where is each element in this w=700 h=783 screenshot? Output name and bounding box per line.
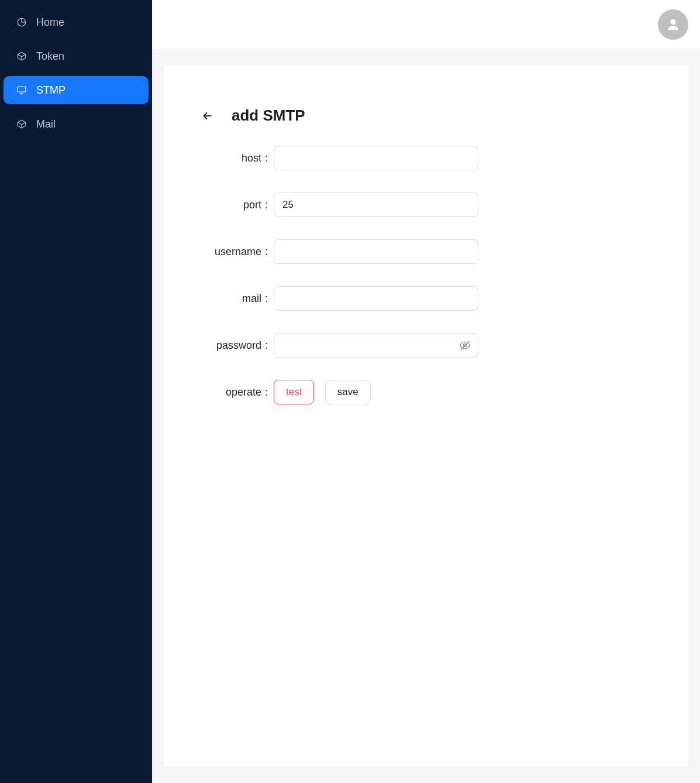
sidebar-item-label: Home — [36, 16, 64, 29]
arrow-left-icon — [201, 109, 214, 122]
host-label: host: — [199, 152, 268, 164]
page-title: add SMTP — [232, 107, 305, 125]
package-icon — [16, 51, 27, 61]
svg-rect-1 — [18, 87, 26, 92]
form-row-port: port: — [199, 193, 653, 217]
operate-label: operate: — [199, 386, 268, 399]
operate-control: test save — [274, 380, 371, 404]
sidebar-item-label: Mail — [36, 118, 56, 130]
mail-label: mail: — [199, 293, 268, 305]
username-input[interactable] — [274, 239, 478, 264]
eye-off-icon — [459, 339, 471, 351]
form-row-password: password: — [199, 333, 653, 358]
form-row-username: username: — [199, 239, 653, 264]
page-header: add SMTP — [199, 107, 653, 125]
host-input[interactable] — [274, 146, 478, 170]
form-row-operate: operate: test save — [199, 380, 653, 404]
avatar[interactable] — [658, 9, 688, 40]
sidebar-item-stmp[interactable]: STMP — [4, 76, 149, 104]
topbar — [152, 0, 700, 49]
smtp-form: host: port: — [199, 146, 653, 404]
pie-chart-icon — [16, 17, 27, 28]
sidebar-item-label: STMP — [36, 84, 65, 97]
form-row-host: host: — [199, 146, 653, 170]
sidebar-item-mail[interactable]: Mail — [4, 110, 149, 138]
port-input[interactable] — [274, 193, 478, 217]
port-control — [274, 193, 478, 217]
mail-input[interactable] — [274, 286, 478, 311]
sidebar-item-token[interactable]: Token — [4, 42, 149, 70]
password-label: password: — [199, 339, 268, 352]
username-label: username: — [199, 246, 268, 258]
main: add SMTP host: port: — [152, 0, 700, 783]
back-button[interactable] — [199, 107, 216, 125]
username-control — [274, 239, 478, 264]
mail-control — [274, 286, 478, 311]
test-button[interactable]: test — [274, 380, 314, 404]
port-label: port: — [199, 199, 268, 211]
host-control — [274, 146, 478, 170]
package-icon — [16, 119, 27, 129]
content-card: add SMTP host: port: — [164, 66, 688, 767]
password-input[interactable] — [274, 333, 478, 358]
form-row-mail: mail: — [199, 286, 653, 311]
monitor-icon — [16, 85, 27, 95]
sidebar: Home Token STMP Mail — [0, 0, 152, 783]
save-button[interactable]: save — [325, 380, 371, 404]
sidebar-item-label: Token — [36, 50, 64, 63]
toggle-password-visibility[interactable] — [457, 338, 473, 353]
avatar-icon — [665, 16, 681, 33]
sidebar-item-home[interactable]: Home — [4, 8, 149, 36]
content-frame: add SMTP host: port: — [152, 49, 700, 783]
password-control — [274, 333, 478, 358]
